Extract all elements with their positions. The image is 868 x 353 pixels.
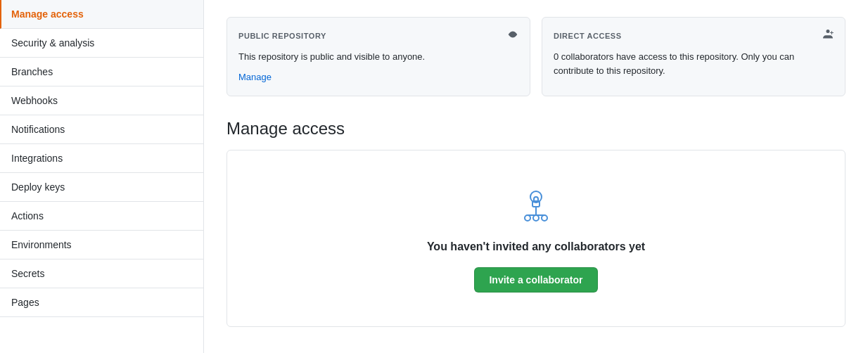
sidebar-item-secrets[interactable]: Secrets	[0, 259, 203, 288]
main-content: PUBLIC REPOSITORY This repository is pub…	[204, 0, 868, 353]
sidebar-item-webhooks[interactable]: Webhooks	[0, 86, 203, 115]
direct-access-card-title: DIRECT ACCESS	[554, 32, 622, 40]
public-repo-card-text: This repository is public and visible to…	[238, 50, 518, 64]
public-repo-card-title: PUBLIC REPOSITORY	[238, 32, 326, 40]
svg-point-3	[533, 215, 539, 221]
public-repo-manage-link[interactable]: Manage	[238, 72, 272, 82]
public-repo-card-header: PUBLIC REPOSITORY	[238, 29, 518, 43]
info-cards: PUBLIC REPOSITORY This repository is pub…	[226, 17, 845, 96]
direct-access-card-header: DIRECT ACCESS	[554, 29, 834, 43]
sidebar-item-notifications[interactable]: Notifications	[0, 115, 203, 144]
sidebar-item-label: Webhooks	[11, 95, 58, 106]
public-repo-card: PUBLIC REPOSITORY This repository is pub…	[226, 17, 530, 96]
invite-collaborator-button[interactable]: Invite a collaborator	[474, 267, 597, 293]
sidebar-item-label: Manage access	[11, 8, 84, 20]
direct-access-card-text: 0 collaborators have access to this repo…	[554, 50, 834, 77]
sidebar-item-label: Deploy keys	[11, 181, 65, 193]
sidebar-item-label: Environments	[11, 239, 72, 250]
sidebar: Manage access Security & analysis Branch…	[0, 0, 204, 353]
sidebar-item-environments[interactable]: Environments	[0, 231, 203, 259]
person-icon	[822, 29, 834, 43]
sidebar-item-actions[interactable]: Actions	[0, 202, 203, 231]
no-collaborators-text: You haven't invited any collaborators ye…	[244, 240, 828, 253]
direct-access-card: DIRECT ACCESS 0 collaborators have acces…	[542, 17, 845, 96]
svg-point-4	[542, 215, 547, 221]
sidebar-item-label: Security & analysis	[11, 37, 94, 49]
sidebar-item-branches[interactable]: Branches	[0, 58, 203, 86]
sidebar-item-label: Pages	[11, 297, 39, 308]
manage-access-title: Manage access	[226, 119, 845, 139]
sidebar-item-label: Notifications	[11, 124, 65, 135]
svg-point-2	[525, 215, 530, 221]
eye-icon	[507, 29, 518, 43]
sidebar-item-label: Actions	[11, 210, 44, 222]
sidebar-item-manage-access[interactable]: Manage access	[0, 0, 203, 29]
collaborator-icon	[513, 184, 559, 229]
sidebar-item-integrations[interactable]: Integrations	[0, 144, 203, 173]
sidebar-item-security-analysis[interactable]: Security & analysis	[0, 29, 203, 58]
sidebar-item-label: Branches	[11, 66, 53, 77]
sidebar-item-label: Secrets	[11, 268, 44, 279]
sidebar-item-label: Integrations	[11, 153, 63, 164]
manage-access-box: You haven't invited any collaborators ye…	[226, 150, 845, 327]
sidebar-item-deploy-keys[interactable]: Deploy keys	[0, 173, 203, 202]
sidebar-item-pages[interactable]: Pages	[0, 288, 203, 317]
